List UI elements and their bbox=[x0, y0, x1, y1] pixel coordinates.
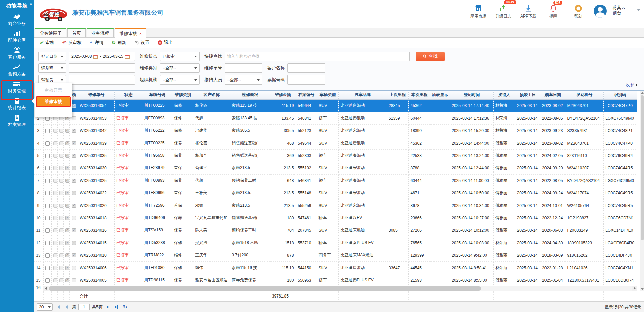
reload-page-icon[interactable]: ↻ bbox=[123, 304, 128, 310]
column-header-receiver[interactable]: 接待人 bbox=[494, 91, 515, 99]
column-header-reg_time[interactable]: 登记时间 bbox=[450, 91, 494, 99]
date-to-value[interactable]: 2025-03-15 bbox=[103, 54, 123, 59]
table-row[interactable]: 13WX250314010已报审川TRM822维修王庆华3.7付200.878商… bbox=[34, 249, 637, 261]
table-row[interactable]: 4WX250314039已报审川TF00225保养杨伦霞销售赠送基础(46854… bbox=[34, 137, 637, 149]
sidebar-item-reports[interactable]: 统计报表 bbox=[0, 96, 34, 113]
help-button[interactable]: 帮助 bbox=[569, 4, 588, 19]
app-download-button[interactable]: APP下载 bbox=[519, 4, 538, 19]
table-row[interactable]: 14WX250314006已报审川TF01080保修魏伟索赔115.19 技11… bbox=[34, 261, 637, 274]
row-checkbox[interactable] bbox=[45, 216, 50, 220]
menu-item-audit-invoicing[interactable]: 审核开票 bbox=[35, 86, 72, 95]
date-field-select[interactable]: 登记日期 bbox=[38, 52, 66, 61]
tab-workflow[interactable]: 业务流程 bbox=[87, 28, 114, 37]
ticket-number-input[interactable] bbox=[287, 75, 325, 85]
table-row[interactable]: 6WX250314030已报审川TF28979首保芶建平索赔213.5213.5… bbox=[34, 162, 637, 174]
app-market-button[interactable]: 应用市场 bbox=[469, 4, 488, 19]
anti-audit-button[interactable]: ↶反审核 bbox=[62, 40, 82, 46]
id-code-input[interactable] bbox=[69, 63, 135, 73]
column-header-fuel[interactable]: 油表显示 bbox=[430, 91, 450, 99]
horizontal-scroll-thumb[interactable] bbox=[49, 286, 481, 291]
user-avatar[interactable] bbox=[594, 5, 607, 18]
row-checkbox[interactable] bbox=[45, 266, 50, 270]
settings-button[interactable]: 设置 bbox=[134, 40, 149, 46]
row-checkbox[interactable] bbox=[45, 278, 50, 283]
first-page-button[interactable] bbox=[55, 304, 61, 310]
vertical-scroll-thumb[interactable] bbox=[641, 95, 644, 240]
exit-button[interactable]: ✖退出 bbox=[158, 40, 173, 46]
column-header-buy_date[interactable]: 购车日期 bbox=[540, 91, 565, 99]
calendar-icon[interactable] bbox=[125, 54, 130, 59]
table-row[interactable]: 2WX250314053已报审川FF00893保修代超索赔133.45 技133… bbox=[34, 112, 637, 124]
sidebar-item-finance[interactable]: 财务管理 bbox=[0, 79, 34, 96]
scroll-right-icon[interactable] bbox=[632, 286, 637, 291]
upgrade-log-button[interactable]: NEW 升级日志 bbox=[494, 4, 513, 19]
row-checkbox[interactable] bbox=[45, 228, 50, 233]
sidebar-item-parts-warehouse[interactable]: 配件仓库 bbox=[0, 28, 34, 45]
column-header-brand[interactable]: 汽车品牌 bbox=[339, 91, 387, 99]
repair-status-select[interactable]: 已报审 bbox=[160, 52, 200, 61]
tab-close-icon[interactable]: × bbox=[139, 31, 142, 36]
quick-search-input[interactable] bbox=[225, 52, 410, 61]
column-header-vin[interactable]: 识别码 bbox=[604, 91, 637, 99]
table-row[interactable]: 10WX250314018已报审川TD96406保养宝兴县晶鑫重钙加销售赠送基础… bbox=[34, 212, 637, 224]
row-checkbox[interactable] bbox=[45, 204, 50, 208]
column-header-due[interactable]: 预竣工日 bbox=[515, 91, 540, 99]
date-from-value[interactable]: 2025-03-08 bbox=[71, 54, 92, 59]
receptionist-select[interactable]: --全部-- bbox=[225, 75, 262, 85]
table-row[interactable]: 15WX250314005已报审川TD98115保养雅安市名山区顺达两年免费保养… bbox=[34, 274, 637, 286]
scroll-up-icon[interactable] bbox=[640, 91, 644, 95]
table-row[interactable]: 12WX250314015已报审川TD53238保修景兴浩索赔1518 不匹15… bbox=[34, 237, 637, 249]
tab-circle[interactable]: 全智通圈子 bbox=[35, 28, 66, 37]
prev-page-button[interactable] bbox=[63, 304, 69, 310]
sidebar-item-customer-service[interactable]: 客户服务 bbox=[0, 45, 34, 62]
table-row[interactable]: 11WX250314016已报审川TSV159保养陈大美预约保养工时704207… bbox=[34, 224, 637, 237]
table-row[interactable]: 9WX250314020已报审川TF72596首保邓雄索赔213.5213.55… bbox=[34, 199, 637, 212]
refresh-button[interactable]: ↻刷新 bbox=[111, 40, 126, 46]
column-header-amount[interactable]: 维修金额 bbox=[270, 91, 296, 99]
column-header-km[interactable]: 本次里程 bbox=[409, 91, 430, 99]
scroll-left-icon[interactable] bbox=[43, 286, 48, 291]
column-header-summary[interactable]: 检修概况 bbox=[230, 91, 270, 99]
calendar-icon[interactable] bbox=[93, 54, 98, 59]
scroll-down-icon[interactable] bbox=[640, 287, 644, 291]
page-size-select[interactable]: 20 bbox=[37, 303, 53, 311]
vertical-scrollbar[interactable] bbox=[640, 91, 644, 291]
row-checkbox[interactable] bbox=[45, 179, 50, 183]
last-page-button[interactable] bbox=[113, 304, 119, 310]
column-header-vtype[interactable]: 车辆类型 bbox=[317, 91, 338, 99]
menu-item-repair-audit[interactable]: 维修审核 bbox=[37, 97, 70, 106]
table-row[interactable]: 5WX250314035已报审川TF95658保养杨加全销售赠送基础(36955… bbox=[34, 149, 637, 162]
column-header-customer[interactable]: 客户名称 bbox=[193, 91, 230, 99]
tab-repair-audit[interactable]: 维修审核 × bbox=[115, 28, 146, 38]
horizontal-scroll-track[interactable] bbox=[48, 286, 632, 291]
table-row[interactable]: 1WX250314054已报审川TF00225保修杨伦霞索赔115.19 技11… bbox=[34, 99, 637, 112]
column-header-engine[interactable]: 发动机号 bbox=[565, 91, 604, 99]
customer-name-input[interactable] bbox=[287, 63, 325, 73]
page-number-input[interactable] bbox=[78, 304, 90, 310]
row-checkbox[interactable] bbox=[45, 154, 50, 158]
column-header-file_no[interactable]: 档案编号 bbox=[296, 91, 317, 99]
table-row[interactable]: 3WX250314042已报审川TF65222保修冯建华索赔305.5305.5… bbox=[34, 124, 637, 137]
sidebar-collapse-icon[interactable]: « bbox=[30, 1, 33, 7]
user-info[interactable]: 蒋其云 前台 bbox=[613, 5, 626, 16]
repair-category-select[interactable]: --全部-- bbox=[160, 63, 200, 73]
column-header-order_no[interactable]: 维修单号 bbox=[78, 91, 115, 99]
column-header-plate[interactable]: 车牌号码 bbox=[142, 91, 172, 99]
table-row[interactable]: 8WX250314022已报审川TF80696首保王雅美索赔213.5.213.… bbox=[34, 187, 637, 199]
table-row[interactable]: 7WX250314025已报审川FF00893保养代超预约保养工时6485468… bbox=[34, 174, 637, 187]
row-checkbox[interactable] bbox=[45, 141, 50, 146]
driver-input[interactable] bbox=[69, 75, 135, 85]
search-button[interactable]: 查找 bbox=[416, 52, 445, 61]
organization-select[interactable]: --全部-- bbox=[160, 75, 200, 85]
audit-button[interactable]: ✔审核 bbox=[40, 40, 54, 46]
detail-button[interactable]: ➤详情 bbox=[89, 40, 103, 46]
user-menu-caret-icon[interactable] bbox=[637, 9, 641, 11]
row-checkbox[interactable] bbox=[45, 129, 50, 133]
column-header-last_km[interactable]: 上次里程 bbox=[387, 91, 409, 99]
row-checkbox[interactable] bbox=[45, 241, 50, 245]
row-checkbox[interactable] bbox=[45, 166, 50, 170]
collapse-filters-link[interactable]: 收起 « bbox=[626, 82, 638, 88]
sidebar-item-front-desk[interactable]: 前台业务 bbox=[0, 11, 34, 28]
sidebar-item-archives[interactable]: 档案管理 bbox=[0, 113, 34, 129]
id-code-field-select[interactable]: 识别码 bbox=[38, 63, 66, 73]
